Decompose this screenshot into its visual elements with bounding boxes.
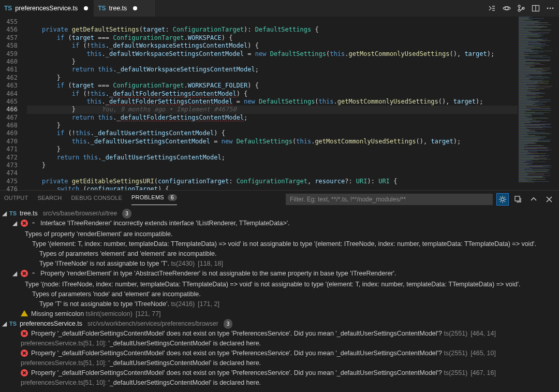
error-code: ts(2551) <box>444 369 467 376</box>
svg-point-7 <box>552 8 554 9</box>
error-icon <box>21 220 28 227</box>
file-problem-count: 3 <box>122 209 131 219</box>
split-editor-icon[interactable] <box>531 4 540 13</box>
typescript-icon: TS <box>9 319 17 329</box>
bottom-panel: OUTPUT SEARCH DEBUG CONSOLE PROBLEMS 6 ◢… <box>0 190 559 392</box>
problems-file-row[interactable]: ◢TSpreferencesService.tssrc/vs/workbench… <box>0 319 559 329</box>
svg-rect-9 <box>515 196 520 201</box>
source-control-icon[interactable] <box>517 4 526 13</box>
panel-tab-output[interactable]: OUTPUT <box>4 194 28 205</box>
chevron-up-icon[interactable]: ⌃ <box>31 270 37 280</box>
typescript-icon: TS <box>98 5 106 12</box>
problems-count-badge: 6 <box>168 194 177 201</box>
file-name: tree.ts <box>20 209 38 219</box>
chevron-up-icon[interactable] <box>528 194 539 205</box>
code-content[interactable]: private getDefaultSettings(target: Confi… <box>27 17 518 190</box>
problem-message: Missing semicolon tslint(semicolon)[121,… <box>31 309 161 319</box>
tabs-left: TS preferencesService.ts TS tree.ts <box>0 0 156 17</box>
problem-detail: Type '(element: T, index: number, templa… <box>0 239 559 249</box>
panel-tabs-left: OUTPUT SEARCH DEBUG CONSOLE PROBLEMS 6 <box>4 193 177 205</box>
close-icon[interactable] <box>543 194 555 205</box>
error-icon <box>21 369 28 376</box>
error-code: ts(2551) <box>444 350 467 357</box>
panel-tab-search[interactable]: SEARCH <box>37 194 62 205</box>
typescript-icon: TS <box>4 5 12 12</box>
more-icon[interactable] <box>546 4 555 13</box>
chevron-up-icon[interactable]: ⌃ <box>31 220 37 229</box>
twisty-icon[interactable]: ◢ <box>1 319 7 329</box>
dirty-indicator-icon <box>133 6 137 10</box>
svg-point-5 <box>547 8 549 9</box>
error-icon <box>21 350 28 357</box>
warning-icon <box>21 310 28 316</box>
problem-message: Property '_defaultFolderSettingsContentM… <box>31 329 496 339</box>
error-code: ts(2551) <box>444 330 467 337</box>
line-number-gutter: 4554564574584594604614624634644654664674… <box>0 17 27 190</box>
problem-message: Property '_defaultFolderSettingsContentM… <box>31 349 496 358</box>
problem-detail: Type 'T' is not assignable to type 'ITre… <box>0 299 559 309</box>
compare-icon[interactable] <box>488 4 497 13</box>
svg-point-8 <box>501 198 504 201</box>
editor-tabs-bar: TS preferencesService.ts TS tree.ts <box>0 0 559 17</box>
file-problem-count: 3 <box>224 319 233 329</box>
collapse-all-icon[interactable] <box>512 194 524 205</box>
panel-tab-label: PROBLEMS <box>131 194 164 200</box>
error-location: [464, 14] <box>470 330 496 337</box>
panel-tab-debug-console[interactable]: DEBUG CONSOLE <box>71 194 122 205</box>
twisty-icon[interactable]: ◢ <box>11 219 18 228</box>
problem-detail: Types of property 'renderElement' are in… <box>0 229 559 239</box>
file-path: src/vs/base/browser/ui/tree <box>43 209 117 219</box>
error-location: [465, 10] <box>470 350 496 357</box>
typescript-icon: TS <box>9 209 17 219</box>
problem-message: Property '_defaultFolderSettingsContentM… <box>31 368 496 378</box>
related-info[interactable]: preferencesService.ts[51, 10]: '_default… <box>0 339 559 349</box>
problem-row[interactable]: ◢⌃Interface 'ITreeRenderer' incorrectly … <box>0 219 559 229</box>
file-path: src/vs/workbench/services/preferences/br… <box>87 319 218 329</box>
error-location: [467, 16] <box>470 369 496 376</box>
tab-label: preferencesService.ts <box>15 5 78 12</box>
panel-actions <box>497 194 555 205</box>
error-icon <box>21 330 28 337</box>
dirty-indicator-icon <box>84 6 88 10</box>
svg-point-0 <box>505 7 508 10</box>
panel-tabs: OUTPUT SEARCH DEBUG CONSOLE PROBLEMS 6 <box>0 191 559 208</box>
error-icon <box>21 270 28 277</box>
tab-tree[interactable]: TS tree.ts <box>94 0 156 17</box>
related-info[interactable]: preferencesService.ts[51, 10]: '_default… <box>0 378 559 388</box>
twisty-icon[interactable]: ◢ <box>1 209 7 219</box>
problem-row[interactable]: Missing semicolon tslint(semicolon)[121,… <box>0 309 559 319</box>
problem-detail: Type 'ITreeNode' is not assignable to ty… <box>0 259 559 269</box>
error-code: tslint(semicolon) <box>86 310 133 317</box>
problem-detail: Type '(node: ITreeNode, index: number, t… <box>0 280 559 289</box>
problem-row[interactable]: Property '_defaultFolderSettingsContentM… <box>0 329 559 339</box>
related-info[interactable]: preferencesService.ts[51, 10]: '_default… <box>0 358 559 368</box>
problem-detail: Types of parameters 'node' and 'element'… <box>0 289 559 299</box>
problems-filter-input[interactable] <box>286 194 493 205</box>
panel-tab-problems[interactable]: PROBLEMS 6 <box>131 193 177 205</box>
twisty-icon[interactable]: ◢ <box>11 269 18 279</box>
problems-file-row[interactable]: ◢TStree.tssrc/vs/base/browser/ui/tree3 <box>0 209 559 219</box>
minimap[interactable] <box>518 17 559 190</box>
filter-settings-icon[interactable] <box>497 194 508 205</box>
preview-icon[interactable] <box>502 4 511 13</box>
problem-row[interactable]: Property '_defaultFolderSettingsContentM… <box>0 368 559 378</box>
problems-tree[interactable]: ◢TStree.tssrc/vs/base/browser/ui/tree3◢⌃… <box>0 208 559 392</box>
svg-point-2 <box>518 9 520 11</box>
tab-label: tree.ts <box>109 5 127 12</box>
problem-detail: Types of parameters 'element' and 'eleme… <box>0 249 559 259</box>
tab-preferencesService[interactable]: TS preferencesService.ts <box>0 0 94 17</box>
svg-point-1 <box>518 5 520 7</box>
problem-message: Property 'renderElement' in type 'Abstra… <box>40 269 396 279</box>
file-name: preferencesService.ts <box>20 319 82 329</box>
problem-message: Interface 'ITreeRenderer' incorrectly ex… <box>40 219 290 228</box>
problem-row[interactable]: Property '_defaultFolderSettingsContentM… <box>0 349 559 358</box>
error-location: [121, 77] <box>136 310 161 317</box>
editor-title-actions <box>483 0 559 17</box>
svg-point-6 <box>550 8 551 9</box>
editor-area[interactable]: 4554564574584594604614624634644654664674… <box>0 17 559 190</box>
problem-row[interactable]: ◢⌃Property 'renderElement' in type 'Abst… <box>0 269 559 280</box>
